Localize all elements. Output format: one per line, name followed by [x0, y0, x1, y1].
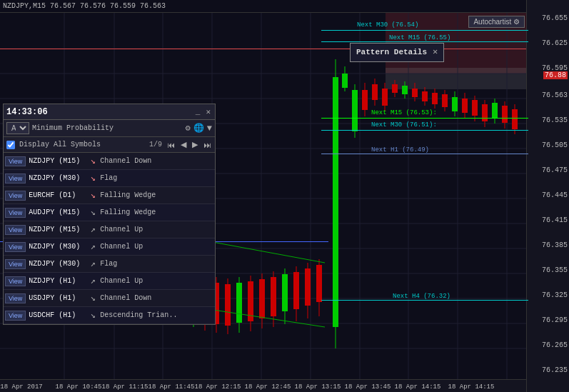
pattern-details-close-button[interactable]: ✕ — [433, 46, 438, 57]
svg-rect-62 — [442, 94, 448, 107]
svg-rect-64 — [452, 97, 458, 111]
svg-rect-100 — [236, 283, 242, 323]
panel-header: 14:33:06 _ ✕ — [4, 104, 215, 120]
svg-rect-58 — [422, 91, 428, 101]
signal-symbol: AUDJPY (M15) — [29, 208, 86, 216]
view-button[interactable]: View — [5, 276, 26, 286]
svg-rect-76 — [512, 109, 518, 129]
panel-time: 14:33:06 — [6, 107, 48, 117]
svg-rect-68 — [472, 100, 478, 116]
signal-row: ViewNZDJPY (M15)↗Channel Up — [4, 221, 215, 238]
signal-pattern-name: Flag — [100, 174, 213, 182]
price-label-76265: 76.265 — [542, 341, 568, 349]
next-m15-line — [321, 41, 528, 42]
signal-pattern-name: Falling Wedge — [100, 208, 213, 216]
nav-first-button[interactable]: ⏮ — [166, 141, 176, 149]
panel-close-button[interactable]: ✕ — [204, 107, 212, 116]
signal-row: ViewEURCHF (D1)↘Falling Wedge — [4, 187, 215, 204]
next-m30-line — [321, 30, 528, 31]
panel-subbar: Display All Symbols 1/9 ⏮ ◀ ▶ ⏭ — [4, 137, 215, 153]
view-button[interactable]: View — [5, 225, 26, 235]
svg-rect-114 — [316, 265, 322, 302]
view-button[interactable]: View — [5, 208, 26, 218]
time-label: 18 Apr 2017 — [0, 383, 42, 391]
signal-direction-icon: ↘ — [86, 156, 100, 166]
signal-pattern-name: Flag — [100, 260, 213, 268]
display-all-checkbox[interactable] — [6, 141, 15, 149]
svg-rect-48 — [372, 84, 378, 100]
view-button[interactable]: View — [5, 242, 26, 252]
signal-row: ViewNZDJPY (M30)↗Flag — [4, 256, 215, 273]
min-prob-label: Minimum Probability — [32, 124, 183, 132]
next-h4-line — [321, 300, 528, 301]
panel-minimize-button[interactable]: _ — [194, 108, 202, 116]
time-label: 18 Apr 13:15 — [295, 383, 341, 391]
time-label: 18 Apr 12:15 — [195, 383, 241, 391]
time-label: 18 Apr 14:15 — [448, 383, 495, 391]
pattern-details-popup: Pattern Details ✕ — [350, 43, 444, 62]
signal-direction-icon: ↗ — [86, 258, 100, 269]
svg-rect-106 — [271, 277, 276, 316]
signal-symbol: USDJPY (H1) — [29, 294, 86, 302]
time-label: 18 Apr 12:45 — [245, 383, 291, 391]
time-label: 18 Apr 11:15 — [102, 383, 148, 391]
globe-icon[interactable]: 🌐 — [193, 123, 204, 134]
all-select[interactable]: All — [6, 122, 29, 134]
filter-icon[interactable]: ▼ — [207, 124, 212, 134]
nav-prev-button[interactable]: ◀ — [180, 140, 187, 149]
price-label-76475: 76.475 — [542, 166, 568, 174]
time-label: 18 Apr 10:45 — [56, 383, 102, 391]
view-button[interactable]: View — [5, 293, 26, 303]
settings-icon[interactable]: ⚙ — [186, 123, 191, 134]
price-axis: 76.65576.62576.59576.56376.53576.50576.4… — [526, 0, 569, 392]
signal-row: ViewUSDCHF (H1)↘Descending Trian.. — [4, 307, 215, 324]
signal-symbol: NZDJPY (M15) — [29, 226, 86, 233]
signal-symbol: NZDJPY (M30) — [29, 243, 86, 251]
nav-next-button[interactable]: ▶ — [191, 140, 198, 149]
nav-last-button[interactable]: ⏭ — [203, 141, 212, 149]
price-label-76415: 76.415 — [542, 216, 568, 224]
svg-rect-112 — [305, 268, 311, 306]
view-button[interactable]: View — [5, 174, 26, 184]
signal-pattern-name: Channel Up — [100, 277, 213, 285]
signal-row: ViewUSDJPY (H1)↘Channel Down — [4, 290, 215, 307]
signal-symbol: EURCHF (D1) — [29, 191, 86, 199]
time-axis: 18 Apr 201718 Apr 10:4518 Apr 11:1518 Ap… — [0, 379, 526, 392]
panel-controls: _ ✕ — [194, 107, 212, 116]
signal-symbol: NZDJPY (M30) — [29, 174, 86, 182]
view-button[interactable]: View — [5, 191, 26, 201]
view-button[interactable]: View — [5, 259, 26, 269]
signal-symbol: USDCHF (H1) — [29, 311, 86, 319]
svg-rect-66 — [462, 99, 468, 113]
svg-rect-56 — [412, 89, 418, 97]
annotation-next-h4: Next H4 (76.32) — [393, 293, 450, 300]
svg-rect-44 — [352, 90, 358, 131]
annotation-next-h1: Next H1 (76.49) — [371, 146, 429, 154]
signal-symbol: NZDJPY (H1) — [29, 277, 86, 285]
current-price-label: 76.88 — [543, 71, 568, 79]
signal-symbol: NZDJPY (M30) — [29, 260, 86, 268]
price-label-76235: 76.235 — [542, 366, 568, 374]
view-button[interactable]: View — [5, 311, 26, 321]
autochartist-button[interactable]: Autochartist ⚙ — [468, 16, 525, 28]
price-label-76385: 76.385 — [542, 241, 568, 249]
signal-direction-icon: ↗ — [86, 241, 100, 252]
svg-rect-40 — [333, 77, 338, 327]
pattern-details-label: Pattern Details — [356, 48, 427, 56]
time-label: 18 Apr 11:45 — [148, 383, 195, 391]
signal-pattern-name: Falling Wedge — [100, 191, 213, 199]
signal-row: ViewNZDJPY (M15)↘Channel Down — [4, 153, 215, 170]
svg-rect-104 — [259, 279, 265, 318]
next-m30-lower-line — [321, 130, 528, 131]
svg-rect-50 — [382, 89, 388, 106]
signal-direction-icon: ↘ — [86, 190, 100, 201]
next-h1-line — [321, 154, 528, 154]
signal-direction-icon: ↘ — [86, 293, 100, 303]
svg-rect-98 — [225, 284, 231, 326]
signal-direction-icon: ↗ — [86, 224, 100, 235]
red-level-line — [0, 49, 526, 49]
view-button[interactable]: View — [5, 156, 26, 166]
svg-rect-74 — [502, 106, 508, 123]
signal-direction-icon: ↗ — [86, 276, 100, 286]
chart-area: NZDJPY,M15 76.567 76.576 76.559 76.563 A… — [0, 0, 569, 392]
